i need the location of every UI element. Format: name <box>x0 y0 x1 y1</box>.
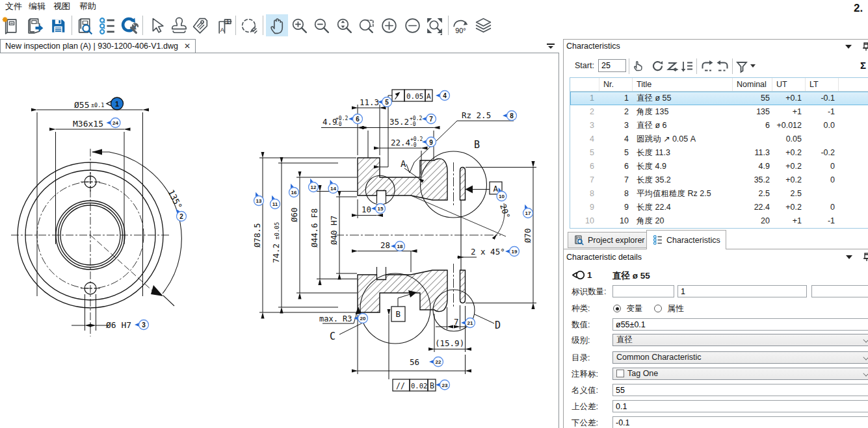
loop-previous-button[interactable] <box>698 58 715 75</box>
table-row[interactable]: 77长度 35.235.2+0.20 <box>570 173 868 187</box>
dim-dia446[interactable]: Ø44.6 F8 <box>309 208 319 247</box>
dim-20deg[interactable]: 20° <box>498 203 512 220</box>
dim-352[interactable]: 35.2 <box>389 117 409 127</box>
dim-742[interactable]: 74.2 <box>271 244 281 263</box>
callout-button[interactable]: 1A <box>213 14 235 36</box>
stamp-button[interactable] <box>168 14 190 36</box>
lower-tol-input[interactable] <box>612 416 868 428</box>
characteristics-list-button[interactable] <box>96 14 118 36</box>
dim-dia70[interactable]: Ø70 <box>523 228 533 243</box>
decrease-button[interactable] <box>401 14 423 36</box>
menu-view[interactable]: 视图 <box>53 1 70 12</box>
upper-tol-input[interactable] <box>612 400 868 412</box>
project-explorer-button[interactable] <box>74 14 96 36</box>
zoom-extents-button[interactable] <box>423 14 445 36</box>
id-count-input-3[interactable] <box>811 285 868 297</box>
tab-project-explorer[interactable]: Project explorer <box>568 232 651 248</box>
zoom-out-button[interactable] <box>310 14 332 36</box>
settings-button[interactable] <box>118 14 140 36</box>
catalog-combobox[interactable]: Common Characteristic <box>612 351 868 364</box>
balloon-17[interactable]: 17 <box>523 205 533 218</box>
balloon-6[interactable]: 6 <box>349 114 363 124</box>
dim-56[interactable]: 56 <box>410 357 419 367</box>
details-pin-icon[interactable] <box>862 252 868 264</box>
balloon-23[interactable]: 23 <box>436 380 450 390</box>
menu-edit[interactable]: 编辑 <box>29 1 46 12</box>
radio-variable[interactable] <box>613 305 621 312</box>
id-count-input-2[interactable] <box>677 285 807 297</box>
increase-button[interactable] <box>378 14 400 36</box>
column-header-gut[interactable] <box>570 78 599 91</box>
region-select-button[interactable] <box>238 14 260 36</box>
dim-7[interactable]: 7 <box>454 317 459 327</box>
menu-help[interactable]: 帮助 <box>79 1 96 12</box>
balloon-11[interactable]: 11 <box>270 195 280 209</box>
panel-menu-arrow-icon[interactable] <box>845 45 852 49</box>
balloon-7[interactable]: 7 <box>422 114 436 124</box>
dim-rz[interactable]: Rz 2.5 <box>462 110 491 120</box>
point-hand-button[interactable] <box>630 58 647 75</box>
loop-next-button[interactable] <box>714 58 731 75</box>
dim-10[interactable]: 10 <box>362 205 371 214</box>
table-row[interactable]: 33直径 ø 66+0.0120.0 <box>570 119 868 132</box>
table-row[interactable]: 55长度 11.311.3+0.2-0.2 <box>570 146 868 160</box>
dim-maxr3[interactable]: max. R3 <box>319 314 352 323</box>
id-count-input-1[interactable] <box>612 285 674 297</box>
column-header-lt[interactable]: LT <box>806 78 839 91</box>
dim-159[interactable]: (15.9) <box>435 338 464 348</box>
dim-2x45[interactable]: 2 x 45° <box>471 247 505 257</box>
balloon-3[interactable]: 3 <box>135 320 149 330</box>
document-tab[interactable]: New inspection plan (A) | 930-1200-406-V… <box>0 39 196 53</box>
column-header-ut[interactable]: UT <box>772 78 806 91</box>
column-header-nr[interactable]: Nr. <box>599 78 633 91</box>
layers-button[interactable] <box>472 14 494 36</box>
value-input[interactable] <box>612 318 868 331</box>
balloon-24[interactable]: 24 <box>107 118 121 128</box>
panel-pin-icon[interactable] <box>861 42 868 53</box>
new-plan-button[interactable] <box>0 14 22 36</box>
balloon-21[interactable]: 21 <box>461 318 475 328</box>
balloon-2[interactable]: 2 <box>176 209 187 221</box>
balloon-14[interactable]: 14 <box>328 180 338 194</box>
balloon-16[interactable]: 16 <box>289 184 299 197</box>
column-header-no[interactable]: Nominal <box>733 78 772 91</box>
tag-checkbox[interactable] <box>616 370 624 377</box>
zoom-fit-height-button[interactable] <box>333 14 355 36</box>
balloon-20[interactable]: 20 <box>354 314 368 323</box>
sigma-sum-icon[interactable]: Σ <box>860 60 868 71</box>
start-input[interactable] <box>598 59 626 72</box>
balloon-9[interactable]: 9 <box>422 137 436 147</box>
balloon-18[interactable]: 18 <box>391 242 405 251</box>
save-button[interactable] <box>47 14 69 36</box>
tag-button[interactable] <box>189 14 211 36</box>
dim-m36[interactable]: M36x15 <box>73 119 103 129</box>
tag-combobox[interactable]: Tag One <box>612 368 868 380</box>
pan-hand-button[interactable] <box>266 14 288 36</box>
sort-sequence-button[interactable] <box>678 58 695 75</box>
select-cursor-button[interactable] <box>145 14 167 36</box>
open-plan-button[interactable] <box>24 14 46 36</box>
balloon-1[interactable]: 1 <box>107 97 124 110</box>
table-row[interactable]: 99长度 22.422.4+0.20 <box>570 201 868 214</box>
dim-dia40[interactable]: Ø40 H7 <box>329 216 339 245</box>
balloon-8[interactable]: 8 <box>503 111 517 121</box>
dim-dia785[interactable]: Ø78.5 <box>252 223 262 247</box>
zoom-in-button[interactable] <box>288 14 310 36</box>
nominal-input[interactable] <box>612 384 868 396</box>
radio-attribute[interactable] <box>654 305 662 312</box>
table-row[interactable]: 22角度 135135+1-1 <box>570 105 868 119</box>
dim-28[interactable]: 28 <box>380 240 390 250</box>
table-row[interactable]: 1010角度 2020+1-1 <box>570 214 868 228</box>
table-row[interactable]: 44圆跳动 ↗ 0.05 A0.05 <box>570 132 868 146</box>
table-row[interactable]: 66长度 4.94.9+0.20 <box>570 160 868 173</box>
tab-overflow-icon[interactable] <box>546 42 555 49</box>
balloon-12[interactable]: 12 <box>309 179 319 192</box>
zoom-window-button[interactable] <box>356 14 378 36</box>
balloon-19[interactable]: 19 <box>505 247 519 257</box>
details-menu-arrow-icon[interactable] <box>846 255 852 259</box>
filter-dropdown-button[interactable] <box>744 58 761 75</box>
balloon-22[interactable]: 22 <box>429 357 443 367</box>
dim-dia60[interactable]: Ø60 <box>289 207 299 222</box>
balloon-4[interactable]: 4 <box>436 91 450 101</box>
tab-close-icon[interactable]: ✕ <box>184 42 191 51</box>
